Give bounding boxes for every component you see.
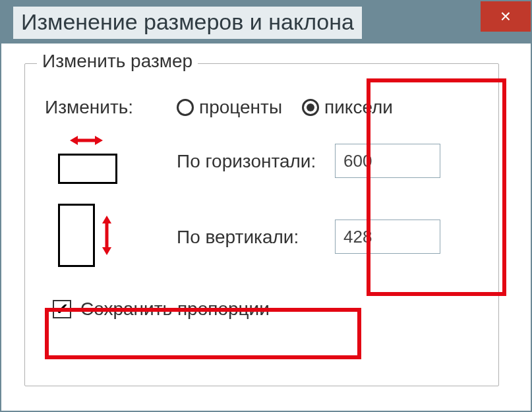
vertical-label: По вертикали: xyxy=(177,225,335,249)
keep-ratio-row[interactable]: ✔ Сохранить пропорции xyxy=(45,289,479,329)
svg-marker-1 xyxy=(70,136,78,145)
radio-percent[interactable]: проценты xyxy=(177,97,282,118)
keep-ratio-checkbox[interactable]: ✔ xyxy=(53,300,71,318)
close-button[interactable]: × xyxy=(481,1,531,32)
vertical-row: По вертикали: xyxy=(45,204,479,270)
vertical-icon-cell xyxy=(45,204,177,270)
svg-marker-2 xyxy=(95,136,103,145)
radio-percent-indicator xyxy=(177,99,194,116)
horizontal-label: По горизонтали: xyxy=(177,150,335,173)
titlebar: Изменение размеров и наклона × xyxy=(1,1,531,44)
resize-skew-dialog: Изменение размеров и наклона × Изменить … xyxy=(0,0,532,412)
radio-pixels-indicator xyxy=(302,99,319,116)
vertical-input[interactable] xyxy=(335,220,440,254)
horizontal-icon-cell xyxy=(45,138,177,184)
units-row: Изменить: проценты пиксели xyxy=(45,97,479,118)
resize-group: Изменить размер Изменить: проценты пиксе… xyxy=(24,63,499,386)
horizontal-row: По горизонтали: xyxy=(45,138,479,184)
horizontal-input[interactable] xyxy=(335,144,440,178)
dialog-body: Изменить размер Изменить: проценты пиксе… xyxy=(1,44,531,406)
checkmark-icon: ✔ xyxy=(55,301,69,317)
arrow-vertical-icon xyxy=(100,216,113,255)
window-title: Изменение размеров и наклона xyxy=(13,7,362,39)
keep-ratio-label: Сохранить пропорции xyxy=(80,299,270,320)
close-icon: × xyxy=(500,6,511,27)
arrow-horizontal-icon xyxy=(70,134,103,147)
vertical-icon xyxy=(58,204,121,270)
horizontal-icon xyxy=(58,138,121,184)
radio-pixels[interactable]: пиксели xyxy=(302,97,393,118)
svg-marker-5 xyxy=(102,247,111,255)
change-by-label: Изменить: xyxy=(45,97,177,118)
radio-pixels-label: пиксели xyxy=(324,97,393,118)
svg-marker-4 xyxy=(102,216,111,223)
radio-percent-label: проценты xyxy=(199,97,282,118)
group-legend: Изменить размер xyxy=(37,51,198,72)
